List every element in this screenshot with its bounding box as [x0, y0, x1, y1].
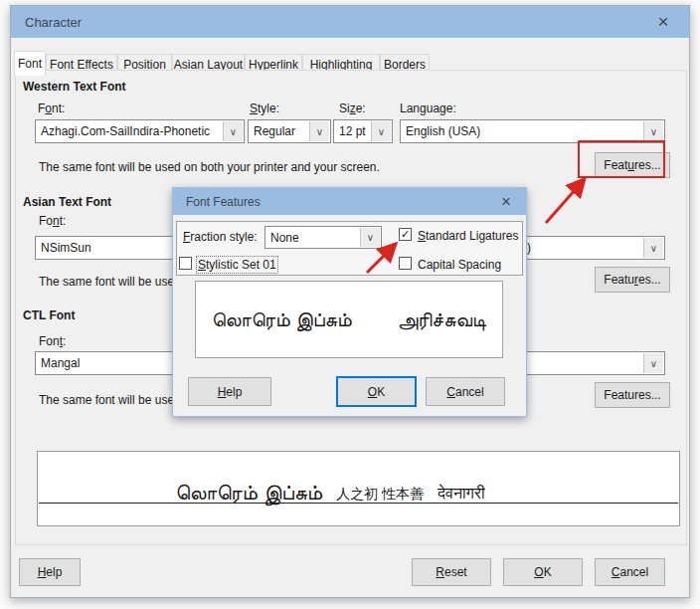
preview-underline	[39, 503, 678, 504]
help-button[interactable]: Help	[19, 558, 81, 586]
stylistic-set-label[interactable]: Stylistic Set 01	[198, 258, 276, 272]
reset-button[interactable]: Reset	[412, 558, 491, 586]
close-icon[interactable]: ×	[488, 188, 524, 215]
preview-text: லொரெம் இப்சும் 人之初 性本善 देवनागरी	[121, 472, 539, 503]
western-style-select[interactable]: Regular ∨	[248, 119, 331, 143]
western-section-title: Western Text Font	[23, 80, 126, 94]
western-language-label: Language:	[400, 102, 456, 115]
capital-spacing-label[interactable]: Capital Spacing	[418, 258, 501, 272]
preview-devanagari: देवनागरी	[438, 484, 485, 503]
chevron-down-icon[interactable]: ∨	[360, 228, 380, 247]
standard-ligatures-label[interactable]: Standard Ligatures	[418, 229, 518, 243]
dialog-title: Character	[25, 15, 82, 30]
asian-section-title: Asian Text Font	[23, 195, 111, 209]
preview-cjk: 人之初 性本善	[336, 485, 424, 503]
font-features-dialog: Font Features × Fraction style: None ∨ ✓…	[172, 187, 527, 417]
western-note: The same font will be used on both your …	[39, 160, 380, 174]
chevron-down-icon[interactable]: ∨	[643, 353, 663, 373]
western-font-label: Font:	[38, 102, 65, 115]
check-icon: ✓	[401, 229, 410, 240]
fraction-style-label: Fraction style:	[183, 230, 258, 244]
chevron-down-icon[interactable]: ∨	[643, 121, 663, 141]
capital-spacing-checkbox[interactable]	[399, 257, 412, 270]
western-font-select[interactable]: Azhagi.Com-SailIndira-Phonetic ∨	[35, 119, 245, 143]
asian-features-button[interactable]: Features...	[595, 267, 670, 293]
ctl-font-label: Font:	[39, 334, 66, 348]
preview-tamil: லொரெம் இப்சும்	[175, 482, 322, 503]
close-icon[interactable]: ×	[645, 6, 681, 38]
ctl-section-title: CTL Font	[23, 308, 75, 322]
western-size-select[interactable]: 12 pt ∨	[333, 119, 393, 143]
western-size-label: Size:	[339, 102, 366, 115]
chevron-down-icon[interactable]: ∨	[309, 121, 329, 141]
western-features-button[interactable]: Features...	[595, 152, 670, 178]
fraction-style-select[interactable]: None ∨	[264, 226, 382, 249]
ff-preview-tamil-2: அரிச்சுவடி	[398, 308, 486, 331]
font-features-titlebar: Font Features	[173, 188, 526, 215]
tab-font[interactable]: Font	[14, 51, 46, 76]
asian-font-label: Font:	[39, 214, 66, 228]
ctl-features-button[interactable]: Features...	[595, 382, 670, 408]
font-features-title: Font Features	[186, 195, 261, 209]
character-preview-box: லொரெம் இப்சும் 人之初 性本善 देवनागरी	[37, 451, 680, 526]
ff-ok-button[interactable]: OK	[336, 376, 417, 407]
ff-preview-tamil-1: லொரெம் இப்சும்	[212, 308, 352, 331]
character-titlebar: Character	[11, 6, 689, 38]
font-features-preview-box: லொரெம் இப்சும் அரிச்சுவடி	[195, 281, 503, 358]
chevron-down-icon[interactable]: ∨	[371, 121, 391, 141]
stylistic-set-checkbox[interactable]	[179, 257, 192, 270]
chevron-down-icon[interactable]: ∨	[223, 121, 243, 141]
cancel-button[interactable]: Cancel	[595, 558, 665, 586]
chevron-down-icon[interactable]: ∨	[643, 238, 663, 258]
ff-cancel-button[interactable]: Cancel	[426, 377, 505, 406]
ff-help-button[interactable]: Help	[188, 377, 271, 406]
standard-ligatures-checkbox[interactable]: ✓	[399, 228, 412, 241]
western-style-label: Style:	[250, 102, 279, 115]
western-language-select[interactable]: English (USA) ∨	[400, 119, 665, 143]
ok-button[interactable]: OK	[503, 558, 583, 586]
